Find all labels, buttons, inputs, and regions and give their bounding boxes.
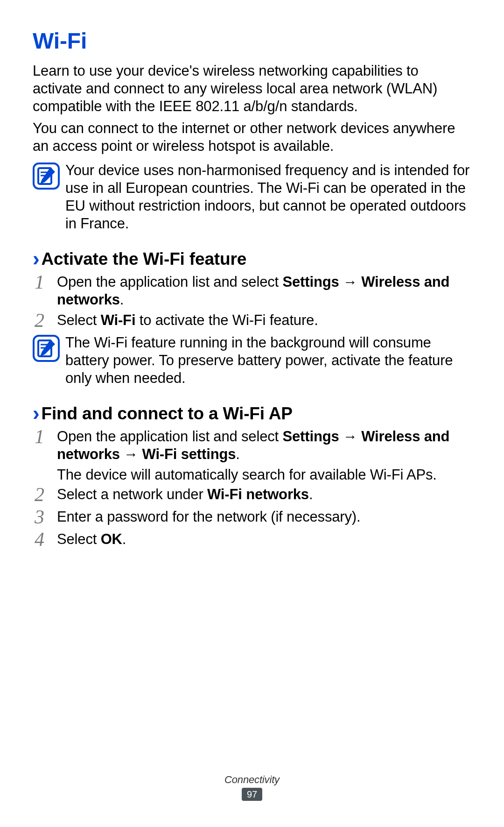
- subheading-find-connect: › Find and connect to a Wi-Fi AP: [33, 403, 471, 424]
- page-footer: Connectivity 97: [0, 774, 504, 801]
- step-text: →: [339, 274, 362, 290]
- step-number: 2: [33, 311, 57, 330]
- note-icon: [33, 335, 60, 362]
- step-bold: Wi-Fi settings: [142, 446, 236, 462]
- step-body: Select a network under Wi-Fi networks.: [57, 486, 471, 503]
- chevron-icon: ›: [33, 403, 40, 424]
- step-text: Select a network under: [57, 486, 207, 502]
- step-row: 4 Select OK.: [33, 530, 471, 550]
- step-text: Open the application list and select: [57, 428, 283, 445]
- step-number: 1: [33, 427, 57, 446]
- step-row: 1 Open the application list and select S…: [33, 273, 471, 309]
- page-number-badge: 97: [242, 788, 262, 801]
- subheading-activate: › Activate the Wi-Fi feature: [33, 249, 471, 269]
- step-extra-text: The device will automatically search for…: [57, 466, 471, 484]
- footer-section-label: Connectivity: [0, 774, 504, 786]
- subheading-text: Find and connect to a Wi-Fi AP: [42, 404, 293, 424]
- step-body: Open the application list and select Set…: [57, 273, 471, 309]
- intro-paragraph-2: You can connect to the internet or other…: [33, 120, 471, 155]
- step-row: 1 Open the application list and select S…: [33, 428, 471, 463]
- step-text: .: [309, 486, 313, 502]
- step-text: .: [236, 446, 239, 462]
- step-text: Select: [57, 531, 101, 547]
- step-text: to activate the Wi-Fi feature.: [135, 312, 318, 328]
- step-text: .: [120, 291, 124, 308]
- step-number: 4: [33, 530, 57, 549]
- step-number: 3: [33, 507, 57, 527]
- step-row: 3 Enter a password for the network (if n…: [33, 508, 471, 528]
- note-block: Your device uses non-harmonised frequenc…: [33, 162, 471, 232]
- step-text: →: [339, 428, 362, 445]
- step-text: Select: [57, 312, 101, 328]
- step-bold: Wi-Fi: [101, 312, 136, 328]
- step-row: 2 Select Wi-Fi to activate the Wi-Fi fea…: [33, 311, 471, 331]
- step-bold: OK: [101, 531, 122, 547]
- step-body: Open the application list and select Set…: [57, 428, 471, 463]
- note-text: Your device uses non-harmonised frequenc…: [65, 162, 471, 232]
- step-bold: Settings: [283, 428, 339, 445]
- step-number: 1: [33, 272, 57, 292]
- step-text: .: [122, 531, 126, 547]
- step-bold: Settings: [283, 274, 339, 290]
- note-block: The Wi-Fi feature running in the backgro…: [33, 334, 471, 387]
- step-body: Select OK.: [57, 530, 471, 548]
- subheading-text: Activate the Wi-Fi feature: [42, 249, 247, 269]
- step-body: Select Wi-Fi to activate the Wi-Fi featu…: [57, 311, 471, 329]
- chevron-icon: ›: [33, 248, 40, 269]
- step-bold: Wi-Fi networks: [207, 486, 309, 502]
- page-title: Wi-Fi: [33, 28, 471, 54]
- note-icon: [33, 163, 60, 190]
- intro-paragraph-1: Learn to use your device's wireless netw…: [33, 62, 471, 115]
- step-body: Enter a password for the network (if nec…: [57, 508, 471, 526]
- step-text: Open the application list and select: [57, 274, 283, 290]
- step-row: 2 Select a network under Wi-Fi networks.: [33, 486, 471, 505]
- step-number: 2: [33, 485, 57, 504]
- note-text: The Wi-Fi feature running in the backgro…: [65, 334, 471, 387]
- step-text: →: [120, 446, 142, 462]
